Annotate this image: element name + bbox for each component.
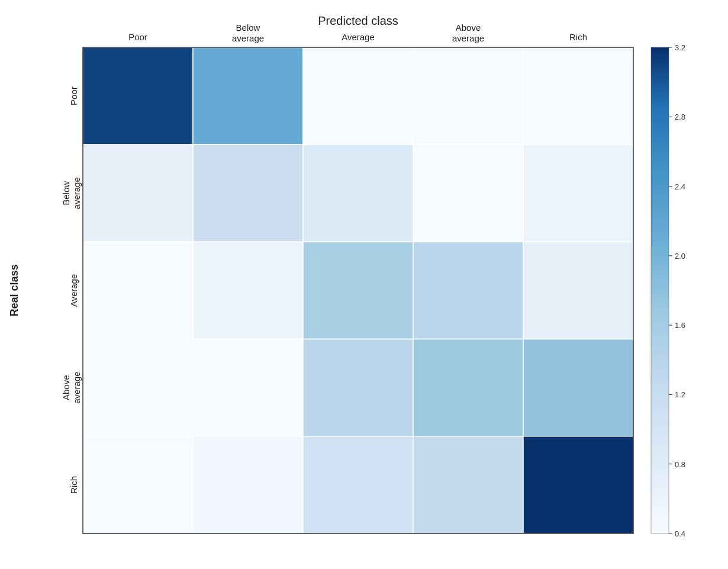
cell-2-1 [193, 242, 303, 339]
cell-4-1 [193, 436, 303, 533]
colorbar-tick-label: 2.4 [675, 182, 685, 191]
y-label-3: Aboveaverage [61, 372, 82, 404]
svg-text:Average: Average [69, 274, 79, 307]
cell-4-4 [523, 436, 633, 533]
cell-3-1 [193, 339, 303, 436]
svg-text:Rich: Rich [69, 476, 79, 494]
colorbar-tick-label: 2.0 [675, 252, 685, 261]
x-label-0: Poor [128, 32, 147, 42]
chart-container: Predicted classPoorBelowaverageAverageAb… [0, 0, 728, 569]
colorbar-rect [651, 47, 669, 533]
cell-2-2 [303, 242, 413, 339]
cell-2-0 [83, 242, 193, 339]
colorbar-tick-label: 1.6 [675, 321, 685, 330]
chart-title: Predicted class [318, 14, 398, 27]
cell-1-3 [413, 144, 523, 242]
cell-2-3 [413, 242, 523, 339]
colorbar-tick-label: 0.8 [675, 460, 685, 469]
colorbar-tick-label: 2.8 [675, 112, 685, 121]
x-label-4: Rich [569, 32, 587, 42]
cell-4-0 [83, 436, 193, 533]
cell-1-1 [193, 144, 303, 242]
y-label-2: Average [69, 274, 79, 307]
colorbar-tick-label: 0.4 [675, 529, 685, 538]
y-label-4: Rich [69, 476, 79, 494]
colorbar-tick-label: 3.2 [675, 43, 685, 52]
svg-text:Belowaverage: Belowaverage [61, 177, 82, 209]
cell-0-1 [193, 47, 303, 144]
colorbar-tick-label: 1.2 [675, 390, 685, 399]
y-label-0: Poor [69, 86, 79, 105]
cell-1-4 [523, 144, 633, 242]
cell-0-0 [83, 47, 193, 144]
cell-3-4 [523, 339, 633, 436]
cell-3-3 [413, 339, 523, 436]
cell-3-0 [83, 339, 193, 436]
cell-0-3 [413, 47, 523, 144]
cell-1-0 [83, 144, 193, 242]
cell-3-2 [303, 339, 413, 436]
y-label-1: Belowaverage [61, 177, 82, 209]
x-label-2: Average [342, 32, 375, 42]
cell-0-4 [523, 47, 633, 144]
cell-1-2 [303, 144, 413, 242]
cell-4-3 [413, 436, 523, 533]
x-label-3: Aboveaverage [452, 22, 484, 43]
confusion-matrix-chart: Predicted classPoorBelowaverageAverageAb… [0, 0, 728, 569]
svg-text:Poor: Poor [69, 86, 79, 105]
cell-4-2 [303, 436, 413, 533]
cell-0-2 [303, 47, 413, 144]
y-axis-title: Real class [8, 264, 20, 316]
svg-text:Aboveaverage: Aboveaverage [61, 372, 82, 404]
x-label-1: Belowaverage [232, 22, 264, 43]
cell-2-4 [523, 242, 633, 339]
